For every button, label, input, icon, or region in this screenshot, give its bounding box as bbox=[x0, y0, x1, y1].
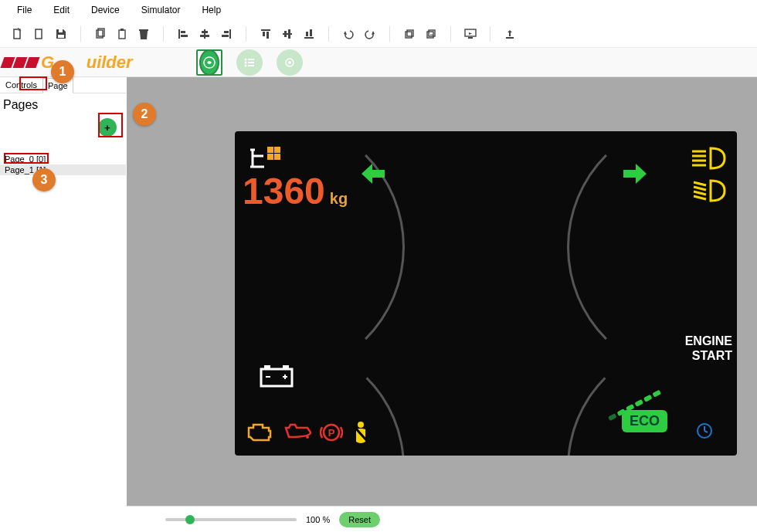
tab-settings-view[interactable] bbox=[277, 49, 303, 76]
svg-line-52 bbox=[694, 182, 706, 185]
svg-rect-57 bbox=[264, 365, 270, 369]
align-center-v-button[interactable] bbox=[277, 24, 297, 44]
preview-button[interactable] bbox=[460, 24, 480, 44]
svg-point-65 bbox=[358, 422, 364, 428]
low-beam-icon bbox=[691, 178, 726, 204]
oil-warning-icon bbox=[281, 423, 312, 442]
svg-line-54 bbox=[694, 191, 706, 195]
svg-rect-20 bbox=[263, 32, 265, 36]
svg-text:P: P bbox=[328, 427, 335, 439]
weight-display: 1360 kg bbox=[243, 170, 348, 212]
svg-rect-25 bbox=[304, 37, 314, 39]
zoom-value: 100 % bbox=[306, 515, 330, 524]
svg-text:+: + bbox=[18, 28, 22, 34]
svg-rect-26 bbox=[306, 32, 308, 36]
svg-rect-28 bbox=[406, 32, 412, 38]
dashboard-preview[interactable]: 1360 kg bbox=[235, 131, 737, 456]
menu-help[interactable]: Help bbox=[191, 2, 232, 19]
clock-icon bbox=[695, 422, 714, 440]
align-center-h-button[interactable] bbox=[195, 24, 215, 44]
align-bottom-button[interactable] bbox=[299, 24, 319, 44]
seatbelt-icon bbox=[351, 420, 371, 445]
toolbar-separator bbox=[328, 26, 329, 42]
svg-rect-14 bbox=[202, 31, 208, 33]
svg-rect-8 bbox=[121, 29, 124, 31]
svg-rect-16 bbox=[229, 29, 231, 39]
toolbar-separator bbox=[389, 26, 390, 42]
toolbar-separator bbox=[163, 26, 164, 42]
battery-icon bbox=[258, 363, 295, 388]
design-canvas[interactable]: 1360 kg bbox=[127, 77, 757, 506]
zoom-reset-button[interactable]: Reset bbox=[339, 512, 380, 527]
page-list-item-1[interactable]: Page_1 [1] bbox=[0, 164, 126, 175]
delete-button[interactable] bbox=[134, 24, 154, 44]
paste-stack-button[interactable] bbox=[421, 24, 441, 44]
copy-button[interactable] bbox=[90, 24, 110, 44]
upload-button[interactable] bbox=[500, 24, 520, 44]
svg-rect-45 bbox=[274, 147, 280, 153]
toolbar-separator bbox=[246, 26, 246, 42]
svg-rect-47 bbox=[274, 154, 280, 160]
eco-badge: ECO bbox=[622, 410, 667, 432]
tab-main-view[interactable] bbox=[196, 49, 222, 76]
svg-rect-15 bbox=[200, 35, 209, 37]
redo-button[interactable] bbox=[360, 24, 380, 44]
callout-2-highlight bbox=[98, 113, 123, 137]
svg-rect-2 bbox=[36, 29, 42, 39]
toolbar-separator bbox=[80, 26, 81, 42]
toolbar-separator bbox=[450, 26, 451, 42]
svg-rect-10 bbox=[178, 29, 180, 39]
menu-file[interactable]: File bbox=[6, 2, 42, 19]
svg-rect-46 bbox=[267, 154, 273, 160]
svg-rect-33 bbox=[465, 29, 476, 36]
svg-rect-34 bbox=[468, 37, 473, 39]
parking-brake-icon: P bbox=[320, 421, 343, 444]
callout-3-highlight bbox=[4, 153, 49, 164]
svg-rect-41 bbox=[248, 65, 254, 66]
svg-rect-4 bbox=[58, 35, 64, 38]
save-button[interactable] bbox=[51, 24, 71, 44]
svg-rect-39 bbox=[248, 62, 254, 63]
svg-rect-7 bbox=[119, 30, 125, 39]
svg-rect-13 bbox=[204, 29, 205, 39]
svg-rect-29 bbox=[407, 30, 413, 36]
paste-button[interactable] bbox=[112, 24, 132, 44]
menu-edit[interactable]: Edit bbox=[42, 2, 80, 19]
svg-rect-12 bbox=[181, 35, 188, 37]
svg-rect-3 bbox=[59, 29, 63, 32]
svg-point-43 bbox=[288, 61, 291, 64]
svg-rect-58 bbox=[283, 365, 289, 369]
menu-simulator[interactable]: Simulator bbox=[131, 2, 192, 19]
toolbar-separator bbox=[490, 26, 491, 42]
turn-left-indicator-icon bbox=[360, 162, 386, 185]
svg-rect-44 bbox=[267, 147, 273, 153]
svg-rect-11 bbox=[181, 31, 185, 33]
callout-1: 1 bbox=[51, 60, 74, 83]
callout-2: 2 bbox=[133, 103, 156, 126]
svg-rect-27 bbox=[310, 29, 312, 36]
svg-rect-37 bbox=[248, 59, 254, 60]
open-file-button[interactable] bbox=[29, 24, 49, 44]
copy-stack-button[interactable] bbox=[399, 24, 419, 44]
svg-point-38 bbox=[244, 61, 246, 63]
undo-button[interactable] bbox=[338, 24, 358, 44]
new-file-button[interactable]: + bbox=[8, 24, 28, 44]
svg-rect-17 bbox=[224, 31, 229, 33]
tab-list-view[interactable] bbox=[236, 49, 263, 76]
zoom-slider[interactable] bbox=[165, 518, 297, 521]
svg-rect-19 bbox=[261, 29, 270, 31]
align-top-button[interactable] bbox=[256, 24, 276, 44]
align-right-button[interactable] bbox=[216, 24, 236, 44]
svg-rect-22 bbox=[283, 33, 292, 35]
svg-point-36 bbox=[244, 58, 246, 60]
callout-3: 3 bbox=[32, 168, 56, 191]
menu-device[interactable]: Device bbox=[80, 2, 131, 19]
svg-line-69 bbox=[704, 431, 708, 432]
svg-point-40 bbox=[244, 64, 246, 66]
svg-line-55 bbox=[694, 196, 706, 199]
align-left-button[interactable] bbox=[173, 24, 193, 44]
svg-rect-23 bbox=[284, 31, 287, 37]
svg-rect-9 bbox=[139, 29, 148, 31]
high-beam-icon bbox=[691, 145, 726, 171]
svg-rect-35 bbox=[506, 37, 514, 39]
